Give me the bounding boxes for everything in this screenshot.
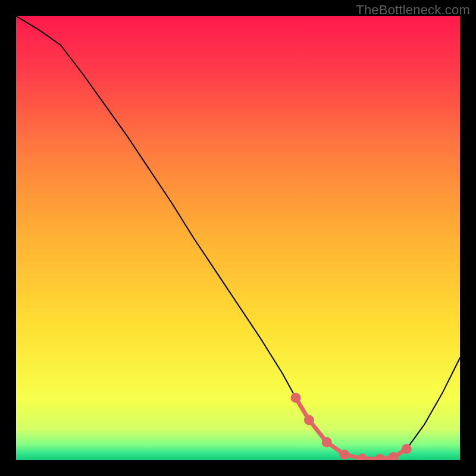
optimal-range-marker [293,395,410,460]
svg-point-8 [404,446,410,452]
svg-point-7 [390,455,396,461]
chart-frame: TheBottleneck.com [0,0,476,476]
svg-point-3 [324,439,330,445]
plot-area [16,16,460,460]
svg-point-5 [359,456,365,460]
svg-point-1 [293,395,299,401]
svg-point-4 [342,452,347,458]
curve-layer [16,16,460,460]
svg-point-6 [377,456,383,461]
svg-point-2 [306,417,312,423]
bottleneck-curve [16,16,460,459]
watermark-text: TheBottleneck.com [356,2,470,18]
